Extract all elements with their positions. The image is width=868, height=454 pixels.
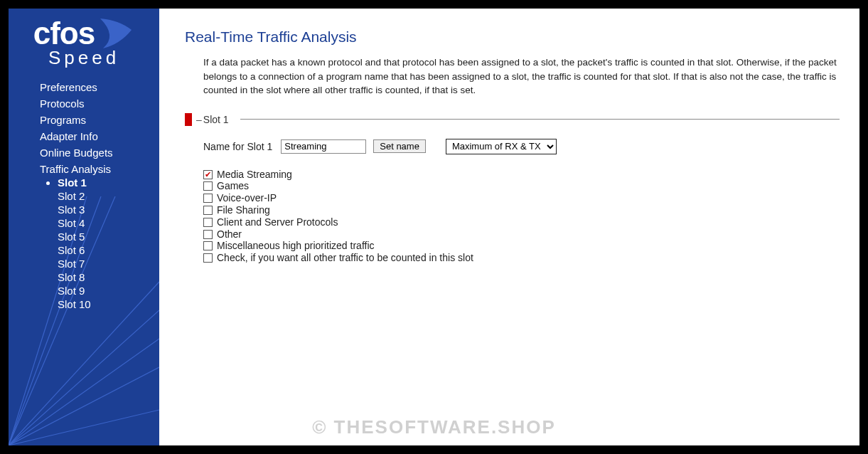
- page-intro: If a data packet has a known protocol an…: [203, 56, 840, 97]
- check-label: Other: [217, 228, 242, 241]
- nav-adapter-info[interactable]: Adapter Info: [40, 130, 98, 142]
- nav-protocols[interactable]: Protocols: [40, 97, 85, 110]
- check-label: Games: [217, 180, 249, 192]
- svg-line-7: [9, 410, 159, 445]
- check-media-streaming[interactable]: ✔: [203, 170, 213, 179]
- logo-text-bottom: Speed: [48, 47, 119, 69]
- nav-slot-8[interactable]: Slot 8: [58, 271, 85, 283]
- slot-header: – Slot 1: [185, 113, 840, 126]
- nav-slot-list: Slot 1 Slot 2 Slot 3 Slot 4 Slot 5 Slot …: [40, 176, 159, 311]
- nav-slot-10[interactable]: Slot 10: [58, 298, 91, 310]
- check-file-sharing[interactable]: [203, 206, 213, 215]
- check-label: Check, if you want all other traffic to …: [217, 252, 473, 264]
- nav-slot-2[interactable]: Slot 2: [58, 190, 85, 202]
- check-misc-high-prio[interactable]: [203, 241, 213, 250]
- slot-checklist: ✔Media Streaming Games Voice-over-IP Fil…: [203, 169, 840, 264]
- check-label: Voice-over-IP: [217, 192, 277, 204]
- check-all-other-traffic[interactable]: [203, 253, 213, 263]
- nav-slot-3[interactable]: Slot 3: [58, 204, 85, 216]
- app-logo: cfos Speed: [9, 9, 159, 79]
- slot-mode-select[interactable]: Maximum of RX & TX: [446, 139, 557, 154]
- svg-line-5: [9, 339, 159, 445]
- slot-name-input[interactable]: [281, 139, 366, 154]
- check-label: File Sharing: [217, 204, 270, 216]
- check-voip[interactable]: [203, 194, 213, 203]
- nav-slot-5[interactable]: Slot 5: [58, 231, 85, 243]
- nav-slot-7[interactable]: Slot 7: [58, 258, 85, 270]
- main-content: Real-Time Traffic Analysis If a data pac…: [159, 9, 859, 445]
- svg-line-4: [9, 310, 159, 445]
- logo-text-top: cfos: [33, 16, 95, 51]
- nav-slot-1[interactable]: Slot 1: [58, 176, 87, 189]
- slot-header-label: Slot 1: [203, 114, 229, 125]
- nav-preferences[interactable]: Preferences: [40, 81, 97, 93]
- slot-color-marker: [185, 113, 192, 126]
- nav-slot-6[interactable]: Slot 6: [58, 244, 85, 256]
- svg-line-6: [9, 367, 159, 445]
- slot-name-label: Name for Slot 1: [203, 141, 272, 152]
- check-client-server[interactable]: [203, 218, 213, 227]
- nav-traffic-analysis[interactable]: Traffic Analysis: [40, 163, 111, 175]
- nav-slot-4[interactable]: Slot 4: [58, 217, 85, 229]
- check-label: Client and Server Protocols: [217, 216, 338, 228]
- check-label: Miscellaneous high prioritized traffic: [217, 240, 375, 252]
- nav-slot-9[interactable]: Slot 9: [58, 285, 85, 297]
- nav-programs[interactable]: Programs: [40, 114, 86, 126]
- slot-header-rule: [240, 119, 840, 120]
- logo-swoosh-icon: [99, 17, 134, 50]
- page-title: Real-Time Traffic Analysis: [185, 28, 840, 46]
- check-games[interactable]: [203, 181, 213, 191]
- nav-list: Preferences Protocols Programs Adapter I…: [9, 79, 159, 313]
- check-other[interactable]: [203, 230, 213, 239]
- check-label: Media Streaming: [217, 169, 292, 181]
- sidebar: cfos Speed Preferences Protocols Program…: [9, 9, 159, 445]
- slot-header-dash: –: [196, 114, 202, 125]
- slot-name-row: Name for Slot 1 Set name Maximum of RX &…: [203, 139, 840, 154]
- nav-online-budgets[interactable]: Online Budgets: [40, 147, 113, 159]
- set-name-button[interactable]: Set name: [373, 139, 426, 153]
